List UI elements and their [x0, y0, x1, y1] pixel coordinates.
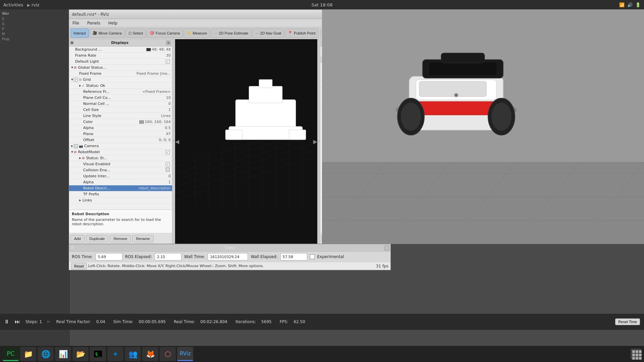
links-arrow[interactable]: ▶	[78, 199, 82, 202]
horizontal-splitter-right[interactable]: ⠿	[317, 39, 320, 244]
files-icon: 📂	[76, 350, 85, 358]
rviz-indicator-icon: ▶	[27, 3, 30, 7]
svg-rect-21	[259, 79, 272, 88]
display-row-color[interactable]: Color 160; 160; 164	[69, 119, 172, 125]
taskbar-gazebo[interactable]: ⬡	[160, 347, 176, 361]
display-row-cell-size[interactable]: Cell Size 1	[69, 107, 172, 113]
menu-panels[interactable]: Panels	[85, 20, 102, 26]
grid-arrow[interactable]: ▼	[70, 78, 74, 81]
visual-enabled-checkbox[interactable]: ✓	[166, 162, 170, 166]
displays-tree[interactable]: Background ... 48; 48; 48 Frame Rate 30 …	[69, 47, 172, 209]
measure-button[interactable]: 📏 Measure	[183, 28, 210, 38]
taskbar-teams[interactable]: 👥	[125, 347, 141, 361]
display-row-robot-description[interactable]: Robot Descri... robot_description	[69, 185, 172, 191]
system-tray: 📶 🔊 🔋	[619, 2, 641, 7]
rename-display-button[interactable]: Rename	[132, 235, 154, 242]
viewport-drag-arrow-left[interactable]: ◀	[175, 138, 179, 145]
display-row-grid[interactable]: ▼ ✓ ⊞ Grid	[69, 77, 172, 83]
robot-model-checkbox[interactable]: ✓	[166, 150, 170, 154]
display-row-fixed-frame[interactable]: Fixed Frame Fixed Frame [ma...	[69, 71, 172, 77]
camera-icon: 📷	[79, 144, 83, 148]
display-row-reference-frame[interactable]: Reference Fr... <Fixed Frame>	[69, 89, 172, 95]
display-row-robot-model[interactable]: ▼ ⊘ RobotModel ✓	[69, 149, 172, 155]
display-row-collision[interactable]: Collision Ena...	[69, 167, 172, 173]
3d-viewport[interactable]: ◀ ▶	[175, 39, 317, 244]
default-light-checkbox[interactable]: ✓	[166, 60, 170, 64]
display-row-normal-cell[interactable]: Normal Cell ... 0	[69, 101, 172, 107]
remove-display-button[interactable]: Remove	[110, 235, 131, 242]
activities-label[interactable]: Activities	[3, 2, 23, 7]
display-row-global-status[interactable]: ▼ ⊘ Global Status...	[69, 65, 172, 71]
publish-point-button[interactable]: 📍 Publish Point	[285, 28, 318, 38]
display-row-links[interactable]: ▶ Links	[69, 197, 172, 203]
sidebar-item-prop[interactable]: Prop	[0, 37, 70, 42]
sidebar-item-S[interactable]: S	[0, 16, 70, 21]
sidebar-item-wor[interactable]: Wor	[0, 11, 70, 16]
display-row-grid-status[interactable]: ▶ ✓ Status: Ok	[69, 83, 172, 89]
taskbar-rviz[interactable]: RViz	[177, 347, 193, 361]
apps-grid-dot	[639, 354, 642, 356]
duplicate-display-button[interactable]: Duplicate	[86, 235, 109, 242]
display-row-camera[interactable]: ▶ 📷 Camera	[69, 143, 172, 149]
point-icon: 📍	[288, 31, 292, 35]
taskbar-browser[interactable]: 🌐	[38, 347, 54, 361]
taskbar-files[interactable]: 📂	[72, 347, 89, 361]
display-row-tf-prefix[interactable]: TF Prefix	[69, 191, 172, 197]
grid-status-arrow[interactable]: ▶	[78, 84, 82, 87]
add-display-button[interactable]: Add	[70, 235, 85, 242]
nav-goal-button[interactable]: → 2D Nav Goal	[252, 28, 284, 38]
taskbar-vscode[interactable]: ✦	[107, 347, 123, 361]
select-button[interactable]: ◻ Select	[125, 28, 146, 38]
sidebar-item-M[interactable]: M	[0, 32, 70, 37]
ros-elapsed-value[interactable]: 2.15	[155, 253, 181, 260]
display-row-offset[interactable]: Offset 0; 0; 0	[69, 137, 172, 143]
display-row-line-style[interactable]: Line Style Lines	[69, 113, 172, 119]
global-status-arrow[interactable]: ▼	[70, 66, 74, 69]
display-row-visual-enabled[interactable]: Visual Enabled ✓	[69, 161, 172, 167]
display-row-background[interactable]: Background ... 48; 48; 48	[69, 47, 172, 53]
displays-close-button[interactable]: ✕	[166, 41, 171, 45]
wall-elapsed-value[interactable]: 57.58	[280, 253, 307, 260]
taskbar-firefox[interactable]: 🦊	[142, 347, 158, 361]
taskbar-filemanager[interactable]: 📁	[20, 347, 36, 361]
grid-checkbox[interactable]: ✓	[74, 78, 78, 82]
display-row-framerate[interactable]: Frame Rate 30	[69, 53, 172, 59]
experimental-checkbox[interactable]	[310, 254, 315, 259]
display-row-plane[interactable]: Plane XY	[69, 131, 172, 137]
pause-button[interactable]: ⏸	[4, 319, 9, 325]
display-row-alpha[interactable]: Alpha 0.5	[69, 125, 172, 131]
viewport-drag-arrow-right[interactable]: ▶	[313, 138, 317, 145]
collision-checkbox[interactable]	[166, 168, 170, 172]
horizontal-splitter-left[interactable]: ⠿	[172, 39, 175, 244]
sidebar-item-G[interactable]: G	[0, 21, 70, 26]
reset-time-button[interactable]: Reset Time	[615, 318, 640, 325]
ros-time-value[interactable]: 5.69	[96, 253, 122, 260]
display-row-default-light[interactable]: Default Light ✓	[69, 59, 172, 65]
visual-enabled-label: Visual Enabled	[83, 162, 166, 166]
taskbar-monitor[interactable]: 📊	[55, 347, 71, 361]
display-row-plane-cell[interactable]: Plane Cell Co... 10	[69, 95, 172, 101]
display-row-robot-alpha[interactable]: Alpha 1	[69, 179, 172, 185]
camera-checkbox[interactable]	[74, 144, 78, 148]
robot-model-arrow[interactable]: ▼	[70, 150, 74, 154]
sidebar-item-P[interactable]: P	[0, 26, 70, 32]
wall-time-value[interactable]: 1612010329.24	[208, 253, 248, 260]
menu-help[interactable]: Help	[106, 20, 119, 26]
robot-status-arrow[interactable]: ▶	[78, 157, 82, 160]
time-close-button[interactable]: ✕	[384, 246, 389, 250]
move-camera-button[interactable]: 🎥 Move Camera	[90, 28, 125, 38]
taskbar-terminal[interactable]: $_	[90, 347, 106, 361]
step-forward-button[interactable]: ⏭	[15, 319, 20, 325]
display-row-robot-status[interactable]: ▶ ⊘ Status: Er...	[69, 155, 172, 161]
taskbar-pycharm[interactable]: PC	[3, 347, 19, 361]
focus-camera-button[interactable]: 🎯 Focus Camera	[147, 28, 183, 38]
apps-grid-button[interactable]	[631, 349, 641, 359]
svg-rect-36	[419, 81, 486, 97]
fps-value: 62.50	[293, 319, 305, 324]
camera-arrow[interactable]: ▶	[70, 144, 74, 148]
menu-file[interactable]: File	[70, 20, 81, 26]
pose-estimate-button[interactable]: → 2D Pose Estimate	[211, 28, 251, 38]
interact-button[interactable]: Interact	[70, 28, 89, 38]
time-reset-button[interactable]: Reset	[71, 263, 87, 269]
display-row-update-interval[interactable]: Update Inter... 0	[69, 173, 172, 179]
